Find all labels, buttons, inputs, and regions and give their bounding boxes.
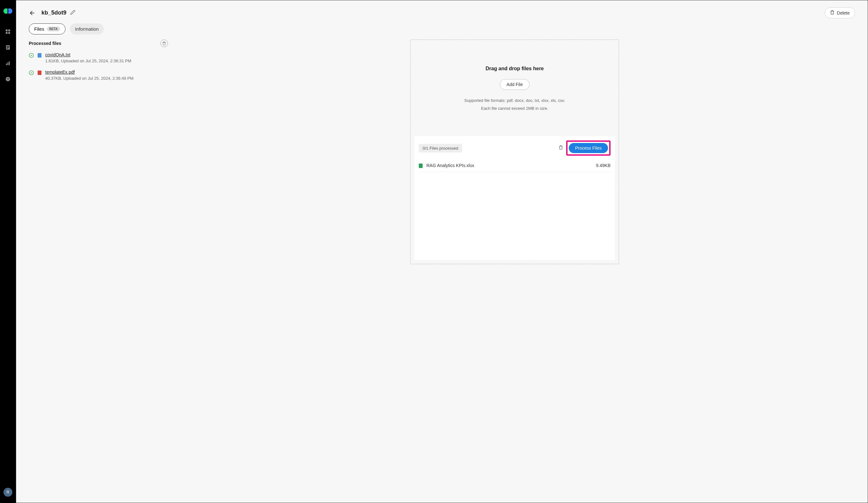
svg-rect-12 xyxy=(9,61,10,65)
file-meta: 1.61KB, Uploaded on Jul 25, 2024, 2:36:3… xyxy=(45,59,168,63)
file-name-link[interactable]: covidQnA.txt xyxy=(45,52,168,57)
user-avatar[interactable]: R xyxy=(3,488,12,497)
queue-status-badge: 0/1 Files processed xyxy=(419,144,462,153)
tab-files[interactable]: Files BETA xyxy=(29,23,65,34)
pdf-file-icon xyxy=(38,71,41,75)
help-icon[interactable]: ? xyxy=(5,76,11,82)
tab-information[interactable]: Information xyxy=(70,23,104,34)
check-icon xyxy=(29,70,34,76)
svg-rect-8 xyxy=(7,47,9,48)
svg-rect-2 xyxy=(6,29,8,31)
svg-rect-9 xyxy=(7,48,8,49)
file-item: templateEx.pdf 40.37KB, Uploaded on Jul … xyxy=(29,70,168,81)
sidebar-nav: ? R xyxy=(0,0,16,503)
file-limit-text: Each file cannot exceed 2MB in size. xyxy=(421,106,609,111)
svg-text:?: ? xyxy=(7,78,9,81)
page-title: kb_5dot9 xyxy=(41,10,66,16)
queue-file-size: 9.49KB xyxy=(596,163,610,168)
trash-icon xyxy=(830,10,835,16)
page-header: kb_5dot9 Delete xyxy=(16,0,868,23)
svg-rect-7 xyxy=(7,46,9,47)
file-drop-zone[interactable]: Drag and drop files here Add File Suppor… xyxy=(410,40,619,264)
file-meta: 40.37KB, Uploaded on Jul 25, 2024, 2:36:… xyxy=(45,76,168,81)
analytics-icon[interactable] xyxy=(5,60,11,66)
svg-rect-5 xyxy=(8,32,10,34)
edit-icon[interactable] xyxy=(70,10,75,16)
check-icon xyxy=(29,53,34,59)
svg-rect-3 xyxy=(8,29,10,31)
process-files-highlight: Process Files xyxy=(566,141,610,156)
add-file-button[interactable]: Add File xyxy=(500,79,529,90)
webex-logo[interactable] xyxy=(3,6,13,16)
document-icon[interactable] xyxy=(5,44,11,51)
queue-file-name: RAG Analytics KPIs.xlsx xyxy=(426,163,592,168)
upload-queue: 0/1 Files processed Process Files xyxy=(414,136,615,260)
dashboard-icon[interactable] xyxy=(5,29,11,35)
main-content: kb_5dot9 Delete Files BETA Information P… xyxy=(16,0,868,503)
processed-files-title: Processed files xyxy=(29,41,61,46)
delete-all-processed-button[interactable] xyxy=(161,40,168,47)
queue-file-row: RAG Analytics KPIs.xlsx 9.49KB xyxy=(417,159,612,172)
svg-rect-11 xyxy=(8,62,9,65)
drop-zone-title: Drag and drop files here xyxy=(421,66,609,72)
supported-formats-text: Supported file formats: pdf, docx, doc, … xyxy=(421,98,609,103)
beta-badge: BETA xyxy=(47,27,60,31)
delete-button[interactable]: Delete xyxy=(825,7,855,18)
clear-queue-button[interactable] xyxy=(559,145,563,151)
txt-file-icon xyxy=(38,53,41,58)
process-files-button[interactable]: Process Files xyxy=(569,143,608,153)
processed-files-panel: Processed files covidQnA.txt 1.61KB, Upl… xyxy=(29,40,168,264)
file-name-link[interactable]: templateEx.pdf xyxy=(45,70,168,75)
tabs: Files BETA Information xyxy=(16,23,868,40)
back-button[interactable] xyxy=(29,10,36,17)
svg-rect-4 xyxy=(6,32,8,34)
svg-rect-10 xyxy=(6,64,7,65)
xlsx-file-icon xyxy=(419,164,423,168)
file-item: covidQnA.txt 1.61KB, Uploaded on Jul 25,… xyxy=(29,52,168,63)
